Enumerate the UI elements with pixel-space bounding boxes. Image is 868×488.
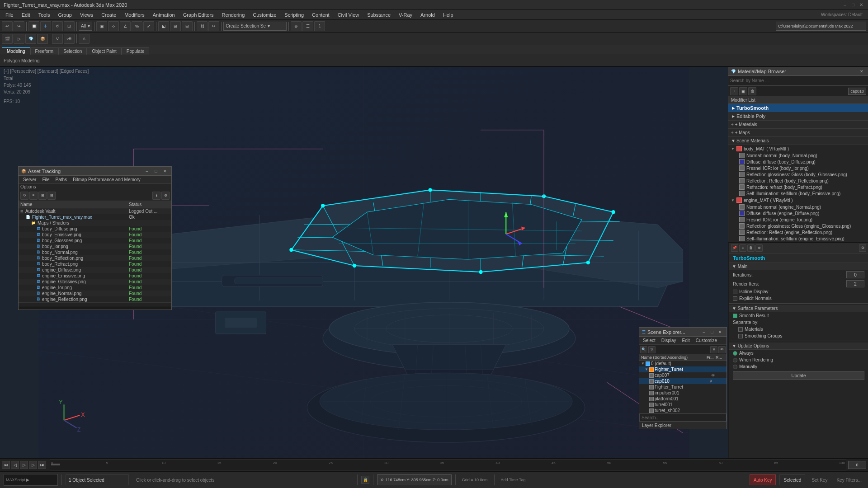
ribbon-tab-selection[interactable]: Selection <box>58 47 87 55</box>
at-refresh-btn[interactable]: ↻ <box>20 192 28 200</box>
menu-substance[interactable]: Substance <box>363 11 394 19</box>
add-time-tag-area[interactable]: Add Time Tag <box>498 474 528 485</box>
create-selection-dropdown[interactable]: Create Selection Se▾ <box>223 22 287 31</box>
at-row-body-refract[interactable]: 🖼body_Refract.pngFound <box>19 261 171 267</box>
auto-key-btn[interactable]: Auto Key <box>750 474 776 485</box>
menu-content[interactable]: Content <box>308 11 333 19</box>
ref-coord-dropdown[interactable]: All▾ <box>79 22 92 31</box>
se-close-btn[interactable]: ✕ <box>717 329 724 335</box>
se-item-fighter-turret-mesh[interactable]: Fighter_Turret <box>639 384 726 390</box>
mat-new-btn[interactable]: + <box>730 87 738 95</box>
menu-modifiers[interactable]: Modifiers <box>121 11 148 19</box>
body-mat-row[interactable]: ▼ body_MAT ( VRayMtl ) <box>728 145 868 152</box>
mod-delete-btn[interactable]: 🗑 <box>747 244 755 252</box>
when-rendering-radio[interactable] <box>733 358 737 362</box>
close-button[interactable]: ✕ <box>858 2 864 8</box>
at-row-maps-folder[interactable]: 📁 Maps / Shaders <box>19 220 171 226</box>
update-options-section[interactable]: ▼ Update Options <box>729 343 868 350</box>
at-row-eng-emissive[interactable]: 🖼engine_Emissive.pngFound <box>19 273 171 279</box>
maximize-button[interactable]: □ <box>850 2 856 8</box>
asset-tracking-close[interactable]: ✕ <box>161 168 169 174</box>
timeline-ruler[interactable]: 0 5 10 15 20 25 30 35 40 45 50 55 60 65 … <box>50 460 846 470</box>
at-row-eng-ior[interactable]: 🖼engine_Ior.pngFound <box>19 285 171 291</box>
at-row-body-normal[interactable]: 🖼body_Normal.pngFound <box>19 249 171 255</box>
se-filter-btn[interactable]: ▽ <box>648 346 656 353</box>
mat-body-diffuse[interactable]: Diffuse: diffuse (body_Diffuse.png) <box>737 159 868 165</box>
at-row-body-glossnes[interactable]: 🖼body_Glossnes.pngFound <box>19 238 171 244</box>
menu-group[interactable]: Group <box>54 11 75 19</box>
editable-poly-modifier-item[interactable]: ▶ Editable Poly <box>728 112 868 120</box>
se-item-cap007[interactable]: cap007 👁 <box>639 372 726 378</box>
menu-animation[interactable]: Animation <box>149 11 179 19</box>
unlink-button[interactable]: ✂ <box>208 21 219 31</box>
se-search-btn[interactable]: 🔍 <box>640 346 647 353</box>
mat-engine-diffuse[interactable]: Diffuse: diffuse (engine_Diffuse.png) <box>737 210 868 216</box>
at-hscrollbar[interactable] <box>19 306 171 310</box>
select-obj-button[interactable]: 🔲 <box>28 21 39 31</box>
play-btn[interactable]: ▷ <box>20 461 28 469</box>
spinner-snap[interactable]: ⤢ <box>143 21 154 31</box>
snap-toggle[interactable]: ⊹ <box>108 21 119 31</box>
update-button[interactable]: Update <box>733 371 864 380</box>
manually-radio[interactable] <box>733 365 737 369</box>
mat-delete-btn[interactable]: 🗑 <box>748 87 756 95</box>
vray-toolbar-2[interactable]: vR <box>64 34 75 44</box>
se-menu-display[interactable]: Display <box>659 338 679 343</box>
menu-graph-editors[interactable]: Graph Editors <box>179 11 217 19</box>
link-button[interactable]: ⛓ <box>197 21 208 31</box>
se-minimize-btn[interactable]: – <box>700 329 708 335</box>
mat-body-reflect[interactable]: Reflection: Reflect (body_Reflection.png… <box>737 178 868 184</box>
isoline-checkbox[interactable] <box>733 290 737 294</box>
at-options-row[interactable]: Options <box>19 184 171 190</box>
asset-tracking-restore[interactable]: □ <box>152 168 160 174</box>
ribbon-tab-object-paint[interactable]: Object Paint <box>87 47 121 55</box>
at-row-body-emissive[interactable]: 🖼body_Emissive.pngFound <box>19 232 171 238</box>
scene-materials-section[interactable]: ▼ Scene Materials <box>728 137 868 145</box>
at-row-eng-reflection[interactable]: 🖼engine_Reflection.pngFound <box>19 296 171 302</box>
se-freeze-btn[interactable]: ❄ <box>710 346 717 353</box>
frame-field[interactable]: 0 <box>848 461 866 469</box>
menu-scripting[interactable]: Scripting <box>281 11 307 19</box>
menu-file[interactable]: File <box>2 11 17 19</box>
mat-body-ior[interactable]: Fresnel IOR: ior (body_Ior.png) <box>737 165 868 171</box>
selection-lock-btn[interactable]: 🔒 <box>361 476 369 484</box>
se-layer-explorer-label[interactable]: Layer Explorer <box>639 422 726 429</box>
prev-frame-btn[interactable]: ◁ <box>11 461 19 469</box>
vray-toolbar-1[interactable]: V <box>52 34 63 44</box>
at-info-btn[interactable]: ℹ <box>152 192 160 200</box>
explicit-normals-checkbox[interactable] <box>733 296 737 301</box>
engine-mat-row[interactable]: ▼ engine_MAT ( VRayMtl ) <box>728 197 868 204</box>
se-item-cap010[interactable]: cap010 ✗ <box>639 378 726 384</box>
se-item-layer-default[interactable]: ▼ 0 (default) <box>639 361 726 366</box>
mod-pin-btn[interactable]: 📌 <box>731 244 738 252</box>
hierarchy-btn[interactable]: ⤵ <box>314 21 325 31</box>
se-item-impulser001[interactable]: impulser001 <box>639 390 726 396</box>
mat-body-gloss[interactable]: Reflection glossiness: Gloss (body_Gloss… <box>737 171 868 178</box>
se-item-turrel001[interactable]: turrel001 <box>639 402 726 408</box>
menu-create[interactable]: Create <box>98 11 120 19</box>
at-row-body-ior[interactable]: 🖼body_Ior.pngFound <box>19 244 171 249</box>
ribbon-tab-populate[interactable]: Populate <box>122 47 149 55</box>
se-menu-select[interactable]: Select <box>640 338 658 343</box>
materials-section[interactable]: + Materials <box>728 121 868 129</box>
set-key-area[interactable]: Set Key <box>809 474 830 485</box>
mat-engine-normal[interactable]: Normal: normal (engine_Normal.png) <box>737 204 868 210</box>
render-setup[interactable]: 🎬 <box>2 34 13 44</box>
mat-body-normal[interactable]: Normal: normal (body_Normal.png) <box>737 152 868 159</box>
smoothing-groups-checkbox[interactable] <box>738 334 743 338</box>
path-field[interactable]: C:\Users\lukya\Documents\3ds Max 2022 <box>776 22 866 31</box>
turbosmooth-modifier-item[interactable]: ▶ TurboSmooth <box>728 104 868 112</box>
percent-snap[interactable]: % <box>132 21 142 31</box>
mod-list-view-btn[interactable]: ≡ <box>739 244 746 252</box>
at-menu-server[interactable]: Server <box>20 177 39 183</box>
mat-search-input[interactable] <box>728 76 868 86</box>
maxscript-listener[interactable]: MAXScript ▶ <box>4 474 58 486</box>
se-item-platform001[interactable]: platform001 <box>639 396 726 402</box>
surface-params-section[interactable]: ▼ Surface Parameters <box>729 305 868 312</box>
se-restore-btn[interactable]: □ <box>708 329 716 335</box>
menu-views[interactable]: Views <box>76 11 97 19</box>
menu-civil-view[interactable]: Civil View <box>334 11 363 19</box>
at-row-main-file[interactable]: 📄 Fighter_Turret_max_vray.max Ok <box>19 214 171 220</box>
mat-browser-close[interactable]: ✕ <box>858 68 865 75</box>
select-filter[interactable]: ▣ <box>96 21 107 31</box>
